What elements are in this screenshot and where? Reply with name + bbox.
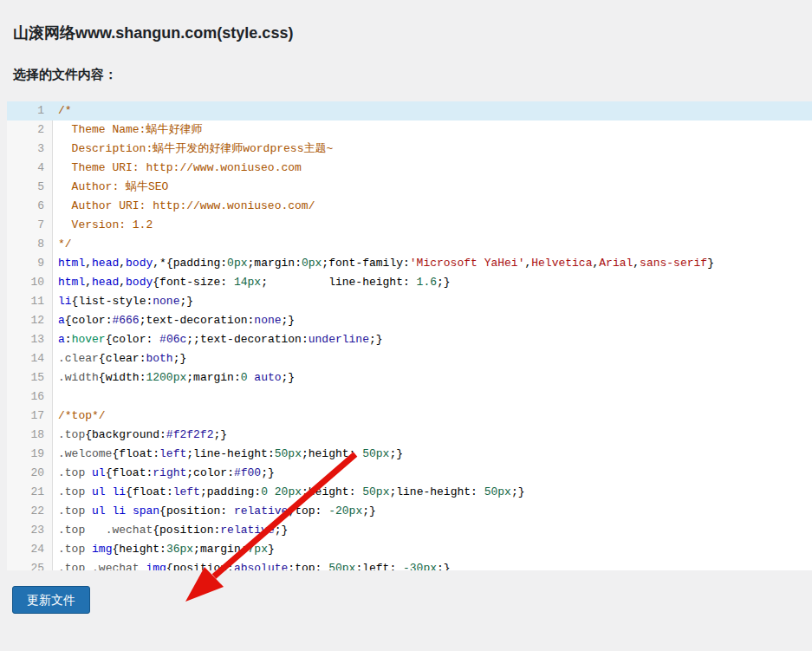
token-str: sans-serif bbox=[640, 257, 707, 270]
code-line[interactable]: 7 Version: 1.2 bbox=[7, 216, 812, 235]
code-line[interactable]: 22.top ul li span{position: relative;top… bbox=[7, 502, 812, 521]
token-qual: .top bbox=[58, 428, 85, 441]
token-tag: html bbox=[58, 257, 85, 270]
token-p bbox=[85, 505, 92, 518]
token-p: ; bbox=[186, 447, 193, 460]
token-num: 50px bbox=[484, 485, 511, 498]
code-text: .top .wechat img{position:absolute;top: … bbox=[53, 559, 451, 570]
token-prop: float bbox=[112, 466, 146, 479]
token-p: { bbox=[99, 352, 106, 365]
token-prop: top bbox=[295, 562, 315, 570]
code-line[interactable]: 10html,head,body{font-size: 14px; line-h… bbox=[7, 273, 812, 292]
token-str: Arial bbox=[599, 257, 633, 270]
code-line[interactable]: 19.welcome{float:left;line-height:50px;h… bbox=[7, 445, 812, 464]
token-p: : bbox=[153, 447, 159, 460]
line-number: 23 bbox=[7, 521, 53, 540]
code-line[interactable]: 16 bbox=[7, 387, 812, 407]
token-p: ; bbox=[288, 562, 295, 570]
token-p: : bbox=[471, 485, 484, 498]
update-file-button[interactable]: 更新文件 bbox=[12, 586, 90, 614]
code-line[interactable]: 25.top .wechat img{position:absolute;top… bbox=[7, 559, 812, 570]
code-line[interactable]: 14.clear{clear:both;} bbox=[7, 349, 812, 368]
code-line[interactable]: 12a{color:#666;text-decoration:none;} bbox=[7, 311, 812, 330]
code-line[interactable]: 9html,head,body,*{padding:0px;margin:0px… bbox=[7, 254, 812, 273]
code-text: Theme URI: http://www.woniuseo.com bbox=[53, 159, 302, 178]
line-number: 18 bbox=[7, 426, 53, 445]
code-line[interactable]: 1/* bbox=[7, 101, 812, 120]
token-p: ;} bbox=[389, 447, 403, 460]
code-text: li{list-style:none;} bbox=[53, 292, 193, 311]
token-prop: margin bbox=[254, 257, 295, 270]
token-num: 7px bbox=[248, 543, 268, 556]
token-tag: a bbox=[58, 314, 65, 327]
code-text: Version: 1.2 bbox=[53, 216, 153, 235]
code-text: .top ul li{float:left;padding:0 20px;hei… bbox=[53, 483, 525, 502]
token-qual: .wechat bbox=[106, 524, 153, 537]
line-number: 11 bbox=[7, 292, 53, 311]
token-prop: margin bbox=[193, 371, 234, 384]
token-p: : bbox=[241, 543, 248, 556]
code-line[interactable]: 18.top{background:#f2f2f2;} bbox=[7, 426, 812, 445]
code-line[interactable]: 5 Author: 蜗牛SEO bbox=[7, 178, 812, 197]
code-line[interactable]: 3 Description:蜗牛开发的好律师wordpress主题~ bbox=[7, 140, 812, 159]
token-tag: body bbox=[126, 276, 153, 289]
code-line[interactable]: 8*/ bbox=[7, 235, 812, 254]
token-prop: height bbox=[119, 543, 159, 556]
token-tag: ul bbox=[92, 466, 106, 479]
token-tag: head bbox=[92, 276, 119, 289]
token-tag: img bbox=[92, 543, 112, 556]
code-text: .top .wechat{position:relative;} bbox=[53, 521, 288, 540]
token-qual: .top bbox=[58, 466, 85, 479]
token-prop: height bbox=[309, 485, 349, 498]
token-atom: left bbox=[159, 447, 186, 460]
token-p: } bbox=[268, 543, 275, 556]
code-text: Author URI: http://www.woniuseo.com/ bbox=[53, 197, 315, 216]
token-prop: color bbox=[72, 314, 106, 327]
code-editor[interactable]: 1/*2 Theme Name:蜗牛好律师3 Description:蜗牛开发的… bbox=[7, 101, 812, 570]
token-atom: none bbox=[254, 314, 281, 327]
code-line[interactable]: 4 Theme URI: http://www.woniuseo.com bbox=[7, 159, 812, 178]
token-tag: head bbox=[92, 257, 119, 270]
code-line[interactable]: 15.width{width:1200px;margin:0 auto;} bbox=[7, 368, 812, 387]
code-text: .top ul li span{position: relative;top: … bbox=[53, 502, 376, 521]
code-line[interactable]: 13a:hover{color: #06c;;text-decoration:u… bbox=[7, 330, 812, 349]
token-com: Version: 1.2 bbox=[58, 218, 153, 231]
token-num: 0px bbox=[302, 257, 322, 270]
token-qual: .top bbox=[58, 485, 85, 498]
token-p: ; bbox=[200, 485, 207, 498]
code-text: Description:蜗牛开发的好律师wordpress主题~ bbox=[53, 140, 333, 159]
token-p: : bbox=[159, 543, 166, 556]
token-tag: li bbox=[58, 295, 72, 308]
code-line[interactable]: 20.top ul{float:right;color:#f00;} bbox=[7, 464, 812, 483]
token-p: : bbox=[389, 562, 403, 570]
token-p: : bbox=[254, 485, 261, 498]
token-num: -30px bbox=[403, 562, 437, 570]
token-p: ;} bbox=[437, 276, 451, 289]
code-line[interactable]: 17/*top*/ bbox=[7, 407, 812, 426]
token-p: ;} bbox=[282, 314, 296, 327]
token-p: : bbox=[268, 447, 275, 460]
token-tag: a bbox=[58, 333, 65, 346]
token-p: : bbox=[166, 485, 173, 498]
token-prop: padding bbox=[173, 257, 221, 270]
code-line[interactable]: 2 Theme Name:蜗牛好律师 bbox=[7, 120, 812, 140]
code-text: a:hover{color: #06c;;text-decoration:und… bbox=[53, 330, 383, 349]
token-prop: background bbox=[92, 428, 159, 441]
code-text: Theme Name:蜗牛好律师 bbox=[53, 120, 202, 140]
line-number: 2 bbox=[7, 120, 53, 140]
line-number: 24 bbox=[7, 540, 53, 559]
code-line[interactable]: 21.top ul li{float:left;padding:0 20px;h… bbox=[7, 483, 812, 502]
token-atom: auto bbox=[254, 371, 281, 384]
code-line[interactable]: 6 Author URI: http://www.woniuseo.com/ bbox=[7, 197, 812, 216]
token-p: ;} bbox=[369, 333, 383, 346]
code-line[interactable]: 23.top .wechat{position:relative;} bbox=[7, 521, 812, 540]
token-atom: #666 bbox=[112, 314, 139, 327]
token-tag: ul bbox=[92, 485, 106, 498]
code-line[interactable]: 24.top img{height:36px;margin:7px} bbox=[7, 540, 812, 559]
token-num: 14px bbox=[234, 276, 261, 289]
code-text: .top img{height:36px;margin:7px} bbox=[53, 540, 275, 559]
token-num: 50px bbox=[362, 447, 389, 460]
line-number: 25 bbox=[7, 559, 53, 570]
token-com: Theme Name:蜗牛好律师 bbox=[58, 123, 202, 136]
code-line[interactable]: 11li{list-style:none;} bbox=[7, 292, 812, 311]
